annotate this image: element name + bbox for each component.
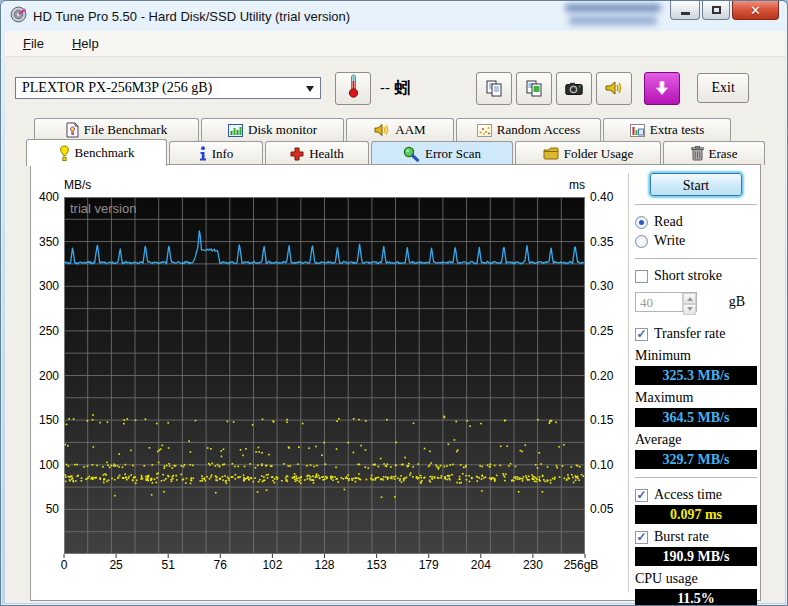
burst-rate-checkbox[interactable] — [635, 531, 648, 544]
app-window: HD Tune Pro 5.50 - Hard Disk/SSD Utility… — [0, 0, 788, 606]
transfer-rate-checkbox[interactable] — [635, 328, 648, 341]
read-radio-label: Read — [654, 214, 683, 230]
copy-text-button[interactable] — [476, 72, 512, 105]
axis-tick-label: 0.15 — [590, 413, 630, 427]
camera-icon — [565, 82, 583, 95]
axis-tick-label: 128 — [314, 558, 334, 572]
tab-info[interactable]: Info — [169, 141, 263, 165]
short-stroke-size-value: 40 — [636, 293, 682, 311]
tab-label: Error Scan — [425, 146, 481, 162]
access-time-checkbox[interactable] — [635, 489, 648, 502]
axis-tick-label: 179 — [419, 558, 439, 572]
write-radio-label: Write — [654, 233, 685, 249]
thermometer-icon — [348, 74, 359, 102]
spinner-buttons[interactable] — [682, 293, 696, 311]
write-radio-row[interactable]: Write — [635, 232, 757, 250]
disk-monitor-icon — [228, 124, 243, 137]
spinner-down-icon[interactable] — [683, 304, 696, 315]
tab-label: Disk monitor — [248, 122, 317, 138]
audio-button[interactable] — [596, 72, 632, 105]
spinner-up-icon[interactable] — [683, 293, 696, 304]
benchmark-icon — [59, 145, 70, 162]
menu-help[interactable]: Help — [62, 32, 109, 55]
health-icon — [290, 147, 304, 161]
axis-tick-label: 150 — [31, 413, 59, 427]
copy-image-icon — [526, 80, 543, 97]
transfer-rate-label: Transfer rate — [654, 326, 725, 342]
write-radio[interactable] — [635, 235, 648, 248]
exit-button[interactable]: Exit — [697, 73, 749, 103]
tab-file-benchmark[interactable]: File Benchmark — [34, 118, 199, 141]
axis-tick-label: 102 — [262, 558, 282, 572]
burst-rate-label: Burst rate — [654, 529, 709, 545]
axis-tick-label: 200 — [31, 369, 59, 383]
camera-button[interactable] — [556, 72, 592, 105]
titlebar[interactable]: HD Tune Pro 5.50 - Hard Disk/SSD Utility… — [1, 1, 787, 31]
erase-icon — [691, 146, 704, 161]
aam-icon — [374, 123, 390, 137]
burst-rate-row[interactable]: Burst rate — [635, 528, 757, 546]
benchmark-control-panel: Start Read Write Short stroke 40 — [635, 170, 757, 596]
maximize-button[interactable] — [702, 1, 730, 20]
axis-tick-label: 0.40 — [590, 190, 630, 204]
short-stroke-checkbox[interactable] — [635, 270, 648, 283]
temperature-button[interactable] — [335, 72, 371, 105]
benchmark-plot[interactable] — [64, 197, 585, 559]
access-time-row[interactable]: Access time — [635, 486, 757, 504]
close-icon: ✕ — [750, 4, 761, 17]
read-radio-row[interactable]: Read — [635, 213, 757, 231]
axis-tick-label: 51 — [162, 558, 175, 572]
tab-disk-monitor[interactable]: Disk monitor — [201, 118, 344, 141]
axis-tick-label: 204 — [471, 558, 491, 572]
axis-tick-label: 300 — [31, 279, 59, 293]
transfer-rate-row[interactable]: Transfer rate — [635, 325, 757, 343]
tab-error-scan[interactable]: Error Scan — [371, 141, 513, 165]
axis-tick-label: 153 — [367, 558, 387, 572]
minimum-label: Minimum — [635, 348, 757, 365]
tab-label: Erase — [709, 146, 738, 162]
axis-tick-label: 0.20 — [590, 369, 630, 383]
start-button[interactable]: Start — [650, 173, 742, 196]
tab-label: AAM — [395, 122, 425, 138]
background-window-bleed — [557, 3, 667, 29]
folder-usage-icon — [543, 147, 559, 160]
info-icon — [199, 146, 207, 161]
minimum-value: 325.3 MB/s — [635, 366, 757, 385]
drive-select-value: PLEXTOR PX-256M3P (256 gB) — [22, 80, 306, 96]
copy-image-button[interactable] — [516, 72, 552, 105]
tab-random-access[interactable]: Random Access — [456, 118, 601, 141]
chevron-down-icon — [306, 86, 314, 96]
panel-divider — [628, 173, 630, 592]
menu-bar: FileHelp — [5, 31, 785, 57]
left-axis-unit: MB/s — [64, 178, 91, 192]
tab-extra-tests[interactable]: Extra tests — [603, 118, 731, 141]
axis-tick-label: 230 — [523, 558, 543, 572]
temperature-readout: -- 蚓 — [380, 78, 410, 99]
access-time-value: 0.097 ms — [635, 505, 757, 524]
tab-row-secondary: File BenchmarkDisk monitorAAMRandom Acce… — [34, 118, 733, 141]
client-area: FileHelp PLEXTOR PX-256M3P (256 gB) -- 蚓… — [5, 31, 785, 603]
cpu-usage-value: 11.5% — [635, 589, 757, 606]
short-stroke-row[interactable]: Short stroke — [635, 267, 757, 285]
short-stroke-label: Short stroke — [654, 268, 722, 284]
menu-file[interactable]: File — [13, 32, 54, 55]
minimize-button[interactable] — [670, 1, 700, 20]
tab-benchmark[interactable]: Benchmark — [26, 139, 167, 166]
tab-folder-usage[interactable]: Folder Usage — [515, 141, 661, 165]
tab-health[interactable]: Health — [265, 141, 369, 165]
window-title: HD Tune Pro 5.50 - Hard Disk/SSD Utility… — [33, 9, 350, 24]
tab-aam[interactable]: AAM — [346, 118, 454, 141]
right-axis-unit: ms — [551, 178, 585, 192]
audio-icon — [605, 80, 623, 96]
axis-tick-label: 76 — [214, 558, 227, 572]
tab-erase[interactable]: Erase — [663, 141, 765, 165]
axis-tick-label: 0.05 — [590, 502, 630, 516]
close-button[interactable]: ✕ — [732, 1, 779, 20]
download-button[interactable] — [644, 72, 680, 105]
drive-select-dropdown[interactable]: PLEXTOR PX-256M3P (256 gB) — [15, 77, 321, 99]
tab-label: Random Access — [497, 122, 580, 138]
extra-tests-icon — [630, 124, 645, 137]
maximum-label: Maximum — [635, 390, 757, 407]
read-radio[interactable] — [635, 216, 648, 229]
short-stroke-size-spinner[interactable]: 40 — [635, 292, 697, 312]
